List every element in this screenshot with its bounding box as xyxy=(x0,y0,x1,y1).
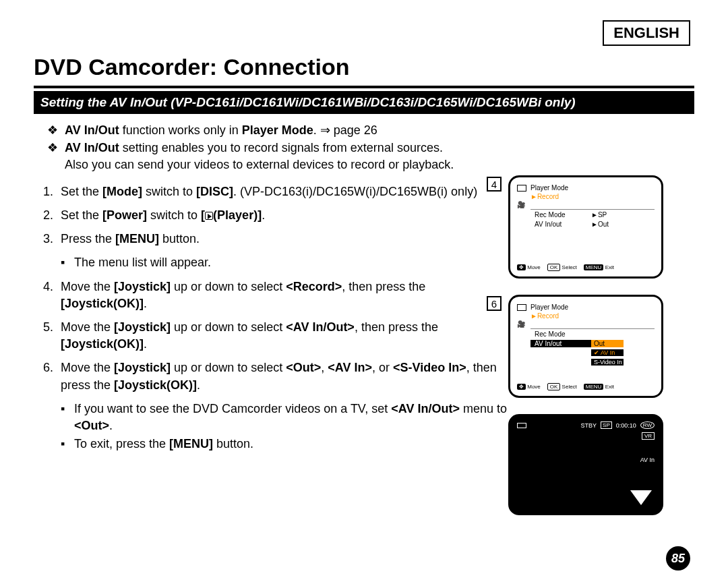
step-6-sub-2: To exit, press the [MENU] button. xyxy=(74,436,253,452)
figure-6: 6 Player Mode ►Record 🎥 Rec Mode AV In/o… xyxy=(508,295,690,398)
triangle-icon xyxy=(630,490,652,505)
osd-mode-label: Player Mode xyxy=(530,303,568,311)
camera-icon xyxy=(517,185,526,192)
step-5: Move the [Joystick] up or down to select… xyxy=(61,319,515,353)
osd-item-label: AV In/out xyxy=(530,221,591,228)
osd-item-highlight: AV In/out xyxy=(530,340,591,347)
osd-footer: ✥ Move OK Select MENU Exit xyxy=(517,264,655,271)
intro-line-1: AV In/Out function works only in Player … xyxy=(65,122,377,138)
menu-icon: MENU xyxy=(584,384,604,390)
diamond-bullet-icon: ❖ xyxy=(47,122,58,138)
square-bullet-icon: ▪ xyxy=(61,436,74,452)
language-tag: ENGLISH xyxy=(603,20,690,46)
preview-screen: STBY SP 0:00:10 RW VR AV In xyxy=(508,414,663,515)
osd-screen-6: Player Mode ►Record 🎥 Rec Mode AV In/out… xyxy=(508,295,663,398)
page-title: DVD Camcorder: Connection xyxy=(34,54,694,80)
camcorder-icon: 🎥 xyxy=(517,320,526,328)
camera-icon xyxy=(517,304,526,311)
step-6: Move the [Joystick] up or down to select… xyxy=(61,359,515,393)
square-bullet-icon: ▪ xyxy=(61,401,74,417)
camcorder-icon: 🎥 xyxy=(517,201,526,208)
step-4: Move the [Joystick] up or down to select… xyxy=(61,279,515,312)
osd-section-record: ►Record xyxy=(530,312,655,320)
battery-icon xyxy=(517,423,526,428)
page-number: 85 xyxy=(666,546,690,571)
osd-item-value: ►Out xyxy=(591,221,624,228)
osd-section-record: ►Record xyxy=(530,193,655,200)
time-label: 0:00:10 xyxy=(616,422,636,429)
section-subheading: Setting the AV In/Out (VP-DC161i/DC161Wi… xyxy=(34,91,694,114)
menu-icon: MENU xyxy=(584,264,604,270)
step-1: Set the [Mode] switch to [DISC]. (VP-DC1… xyxy=(61,183,477,200)
osd-sub-option: S-Video In xyxy=(591,359,624,366)
osd-screen-4: Player Mode ►Record 🎥 Rec Mode►SP AV In/… xyxy=(508,175,663,279)
osd-item-value: ►SP xyxy=(591,211,624,218)
steps-list: 1.Set the [Mode] switch to [DISC]. (VP-D… xyxy=(43,183,515,452)
square-bullet-icon: ▪ xyxy=(61,254,74,271)
step-3-sub: The menu list will appear. xyxy=(74,254,211,271)
intro-block: ❖ AV In/Out function works only in Playe… xyxy=(34,122,694,173)
rw-badge: RW xyxy=(640,421,655,429)
figure-number-6: 6 xyxy=(487,296,502,311)
vr-badge: VR xyxy=(642,432,655,440)
title-rule xyxy=(34,86,694,88)
osd-mode-label: Player Mode xyxy=(530,184,568,192)
sp-badge: SP xyxy=(601,421,612,429)
figure-number-4: 4 xyxy=(487,177,502,192)
figure-4: 4 Player Mode ►Record 🎥 Rec Mode►SP AV I… xyxy=(508,175,690,279)
osd-footer: ✥ Move OK Select MENU Exit xyxy=(517,383,655,390)
avin-label: AV In xyxy=(640,457,655,463)
figure-preview: STBY SP 0:00:10 RW VR AV In xyxy=(508,414,690,515)
step-3: Press the [MENU] button. xyxy=(61,231,200,247)
osd-item-label: Rec Mode xyxy=(530,330,591,338)
step-2: Set the [Power] switch to [(Player)]. xyxy=(61,207,265,224)
intro-line-2: AV In/Out setting enables you to record … xyxy=(65,140,454,173)
diamond-bullet-icon: ❖ xyxy=(47,140,58,156)
osd-item-label: Rec Mode xyxy=(530,211,591,218)
stby-label: STBY xyxy=(581,422,597,429)
dpad-icon: ✥ xyxy=(517,264,526,270)
ok-icon: OK xyxy=(547,383,561,390)
step-6-sub-1: If you want to see the DVD Camcorder vid… xyxy=(74,401,515,434)
osd-item-highlight-value: Out xyxy=(591,340,624,347)
dpad-icon: ✥ xyxy=(517,384,526,390)
player-icon xyxy=(205,212,213,220)
ok-icon: OK xyxy=(547,264,561,271)
osd-sub-option: ✔ AV In xyxy=(591,349,624,356)
